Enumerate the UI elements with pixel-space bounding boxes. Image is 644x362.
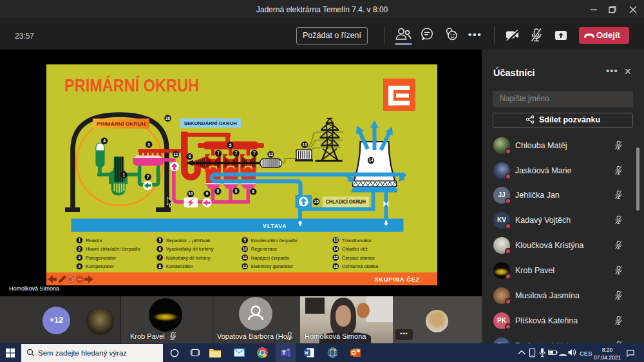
svg-text:Parogenerátor: Parogenerátor	[86, 255, 117, 261]
svg-text:Kompenzátor: Kompenzátor	[86, 263, 114, 269]
svg-text:PRIMÁRNÍ OKRUH: PRIMÁRNÍ OKRUH	[64, 75, 199, 95]
svg-text:8: 8	[235, 189, 238, 193]
svg-text:12: 12	[243, 264, 248, 269]
svg-text:Ochranná obálka: Ochranná obálka	[342, 263, 379, 269]
svg-text:10: 10	[243, 247, 248, 251]
svg-text:PRIMÁRNÍ OKRUH: PRIMÁRNÍ OKRUH	[97, 121, 146, 127]
svg-text:15: 15	[334, 255, 339, 260]
svg-text:3: 3	[79, 255, 81, 260]
svg-text:2: 2	[79, 247, 81, 251]
svg-text:Hlavní cirkulační čerpadlo: Hlavní cirkulační čerpadlo	[86, 246, 140, 252]
svg-text:14: 14	[334, 247, 339, 251]
svg-text:Kondenzátor: Kondenzátor	[166, 263, 193, 269]
svg-text:7: 7	[253, 151, 256, 155]
svg-text:16: 16	[334, 264, 339, 269]
svg-text:VLTAVA: VLTAVA	[263, 223, 287, 229]
svg-text:Napájecí čerpadlo: Napájecí čerpadlo	[251, 255, 290, 261]
svg-text:8: 8	[158, 264, 161, 269]
svg-text:9: 9	[206, 191, 209, 196]
svg-text:Vysokotlaký díl turbíny: Vysokotlaký díl turbíny	[166, 246, 214, 252]
svg-text:7: 7	[158, 255, 161, 260]
svg-text:4: 4	[103, 138, 106, 143]
svg-text:Elektrický generátor: Elektrický generátor	[251, 263, 294, 269]
svg-text:•••: •••	[78, 278, 82, 281]
svg-text:7: 7	[217, 151, 220, 155]
svg-text:9: 9	[243, 238, 246, 242]
svg-text:12: 12	[269, 152, 274, 157]
svg-text:1: 1	[79, 238, 81, 242]
svg-text:3: 3	[147, 142, 150, 147]
svg-text:Transformátor: Transformátor	[342, 238, 372, 243]
svg-text:CHLADICÍ OKRUH: CHLADICÍ OKRUH	[326, 198, 366, 205]
svg-text:13: 13	[302, 142, 307, 147]
svg-text:8: 8	[252, 189, 254, 194]
svg-text:SEKUNDÁRNÍ OKRUH: SEKUNDÁRNÍ OKRUH	[184, 120, 237, 126]
svg-text:Separátor – přihřívák: Separátor – přihřívák	[166, 238, 211, 243]
svg-text:Čerpací stanice: Čerpací stanice	[342, 255, 375, 261]
svg-text:Regenerace: Regenerace	[251, 246, 277, 252]
svg-text:14: 14	[368, 158, 374, 162]
svg-text:Reaktor: Reaktor	[86, 238, 102, 243]
svg-text:SKUPINA ČEZ: SKUPINA ČEZ	[374, 276, 420, 283]
svg-text:15: 15	[314, 199, 319, 204]
svg-text:4: 4	[79, 264, 81, 269]
svg-text:Kondenzátní čerpadlo: Kondenzátní čerpadlo	[251, 238, 298, 243]
svg-text:13: 13	[334, 238, 339, 242]
svg-text:1: 1	[123, 173, 126, 177]
svg-text:16: 16	[166, 116, 171, 120]
svg-text:6: 6	[189, 154, 191, 158]
svg-text:7: 7	[235, 151, 238, 155]
svg-text:11: 11	[174, 152, 178, 157]
svg-text:8: 8	[216, 189, 219, 193]
svg-text:Chladicí věž: Chladicí věž	[342, 246, 368, 252]
svg-text:Nízkotlaký díl turbíny: Nízkotlaký díl turbíny	[166, 255, 211, 261]
svg-text:10: 10	[188, 191, 193, 196]
svg-text:6: 6	[158, 247, 161, 251]
svg-text:5: 5	[229, 143, 232, 148]
svg-text:5: 5	[158, 238, 161, 242]
svg-text:11: 11	[243, 255, 247, 260]
svg-text:2: 2	[147, 175, 149, 179]
